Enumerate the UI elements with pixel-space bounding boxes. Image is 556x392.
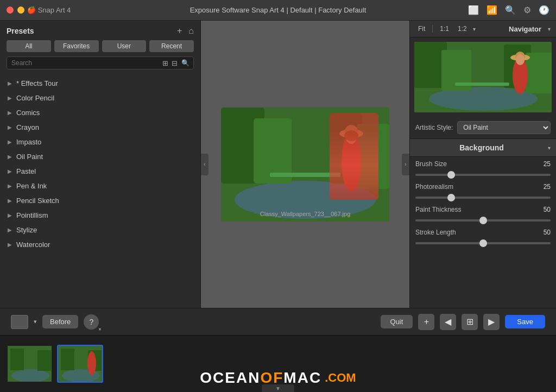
svg-rect-26	[37, 350, 51, 371]
control-center-icon[interactable]: ⚙	[523, 5, 531, 15]
svg-point-9	[345, 125, 358, 138]
photorealism-label: Photorealism	[415, 183, 453, 191]
window-icon-1[interactable]: ⬜	[468, 5, 479, 15]
zoom-1-2-button[interactable]: 1:2	[455, 24, 470, 34]
zoom-1-1-button[interactable]: 1:1	[437, 24, 452, 34]
svg-rect-25	[10, 349, 24, 370]
left-panel: Presets + ⌂ All Favorites User Recent ⊞ …	[0, 21, 201, 308]
filter-favorites-button[interactable]: Favorites	[54, 40, 99, 52]
paint-thickness-label: Paint Thickness	[415, 206, 462, 213]
preset-label-comics: Comics	[16, 109, 40, 117]
back-button[interactable]: ◀	[440, 314, 456, 330]
preset-arrow-color-pencil: ▶	[8, 95, 12, 101]
svg-point-31	[87, 351, 96, 375]
svg-rect-29	[61, 349, 74, 370]
svg-point-10	[346, 131, 357, 144]
filmstrip-image-1	[8, 346, 52, 382]
preset-arrow-pastel: ▶	[8, 168, 12, 174]
preset-item-pen-ink[interactable]: ▶ Pen & Ink	[0, 179, 200, 193]
preset-item-comics[interactable]: ▶ Comics	[0, 105, 200, 120]
grid-button[interactable]: ⊞	[462, 314, 478, 330]
preset-filter-buttons: All Favorites User Recent	[0, 40, 200, 56]
preset-label-pen-ink: Pen & Ink	[16, 182, 47, 190]
preset-item-pointillism[interactable]: ▶ Pointillism	[0, 208, 200, 223]
preset-label-oil-paint: Oil Paint	[16, 153, 43, 161]
stroke-length-slider[interactable]	[415, 242, 551, 244]
brush-size-slider[interactable]	[415, 174, 551, 176]
paint-thickness-slider[interactable]	[415, 219, 551, 222]
svg-rect-4	[330, 113, 362, 184]
add-preset-icon[interactable]: +	[177, 26, 182, 36]
background-collapse-arrow[interactable]: ▾	[548, 145, 551, 151]
zoom-dropdown-arrow[interactable]: ▾	[473, 26, 476, 32]
navigator-collapse-arrow[interactable]: ▾	[548, 26, 551, 32]
zoom-fit-button[interactable]: Fit	[415, 24, 428, 34]
filter-recent-button[interactable]: Recent	[149, 40, 194, 52]
filter-all-button[interactable]: All	[7, 40, 51, 52]
app-name-label: Snap Art 4	[38, 6, 71, 14]
svg-point-22	[516, 54, 525, 65]
image-filename: Classy_Wallpapers_723__067.jpg	[260, 211, 351, 217]
canvas-area[interactable]: Classy_Wallpapers_723__067.jpg	[201, 21, 409, 308]
preset-item-impasto[interactable]: ▶ Impasto	[0, 135, 200, 149]
brush-size-label: Brush Size	[415, 160, 447, 168]
artistic-style-select[interactable]: Oil Paint Watercolor Pencil Comics Paste…	[457, 121, 551, 134]
photorealism-slider[interactable]	[415, 197, 551, 199]
preset-arrow-comics: ▶	[8, 110, 12, 116]
preview-dropdown-arrow[interactable]: ▾	[34, 318, 37, 325]
artistic-style-row: Artistic Style: Oil Paint Watercolor Pen…	[410, 117, 556, 139]
preset-arrow-impasto: ▶	[8, 139, 12, 145]
search-icon-top[interactable]: 🔍	[505, 5, 516, 15]
preset-item-watercolor[interactable]: ▶ Watercolor	[0, 237, 200, 252]
preset-item-pastel[interactable]: ▶ Pastel	[0, 164, 200, 179]
preset-arrow-oil-paint: ▶	[8, 154, 12, 160]
before-button[interactable]: Before	[42, 315, 78, 328]
preset-label-crayon: Crayon	[16, 123, 39, 131]
minimize-button[interactable]	[17, 7, 24, 14]
svg-rect-18	[455, 83, 509, 86]
preset-item-pencil-sketch[interactable]: ▶ Pencil Sketch	[0, 193, 200, 208]
preset-label-impasto: Impasto	[16, 138, 41, 146]
quit-button[interactable]: Quit	[381, 315, 413, 328]
preset-item-effects-tour[interactable]: ▶ * Effects Tour	[0, 76, 200, 91]
navigator-label: Navigator	[509, 25, 541, 33]
preset-item-crayon[interactable]: ▶ Crayon	[0, 120, 200, 135]
apple-menu[interactable]: 🍎 Snap Art 4	[27, 6, 71, 14]
forward-button[interactable]: ▶	[483, 314, 500, 330]
presets-title: Presets	[7, 27, 34, 35]
preset-label-pastel: Pastel	[16, 167, 36, 175]
photorealism-value: 25	[544, 183, 551, 191]
watermark-mac: MAC	[283, 369, 321, 386]
filmstrip-thumb-2[interactable]	[57, 345, 103, 383]
filmstrip-thumb-1[interactable]	[7, 345, 53, 383]
preset-item-stylize[interactable]: ▶ Stylize	[0, 223, 200, 237]
help-button[interactable]: ? ▾	[84, 314, 99, 330]
filmstrip-collapse-button[interactable]: ▼	[262, 384, 294, 392]
save-button[interactable]: Save	[505, 315, 545, 328]
preset-arrow-watercolor: ▶	[8, 242, 12, 248]
watermark-ocean: OCEAN	[200, 369, 260, 386]
preset-arrow-pointillism: ▶	[8, 212, 12, 218]
preset-label-effects-tour: * Effects Tour	[16, 79, 58, 87]
photorealism-label-row: Photorealism 25	[415, 183, 551, 191]
preset-item-color-pencil[interactable]: ▶ Color Pencil	[0, 91, 200, 105]
svg-rect-6	[270, 173, 340, 177]
image-preview	[221, 108, 389, 222]
add-button[interactable]: +	[418, 314, 434, 330]
collapse-right-button[interactable]: ›	[402, 154, 409, 175]
close-button[interactable]	[7, 7, 14, 14]
navigator-preview	[414, 42, 552, 112]
home-preset-icon[interactable]: ⌂	[188, 26, 194, 36]
preset-arrow-pen-ink: ▶	[8, 183, 12, 189]
grid-view-icon[interactable]: ⊞	[162, 59, 168, 67]
filmstrip: ▼ OCEANOFMAC .COM	[0, 335, 556, 392]
zoom-separator-1	[432, 25, 433, 33]
list-view-icon[interactable]: ⊟	[172, 59, 178, 67]
background-section-header[interactable]: Background ▾	[410, 139, 556, 157]
watermark-of: OF	[260, 369, 283, 386]
filter-user-button[interactable]: User	[102, 40, 147, 52]
preset-arrow-stylize: ▶	[8, 227, 12, 233]
presets-header-icons: + ⌂	[177, 26, 194, 36]
preset-item-oil-paint[interactable]: ▶ Oil Paint	[0, 149, 200, 164]
brush-size-label-row: Brush Size 25	[415, 160, 551, 168]
